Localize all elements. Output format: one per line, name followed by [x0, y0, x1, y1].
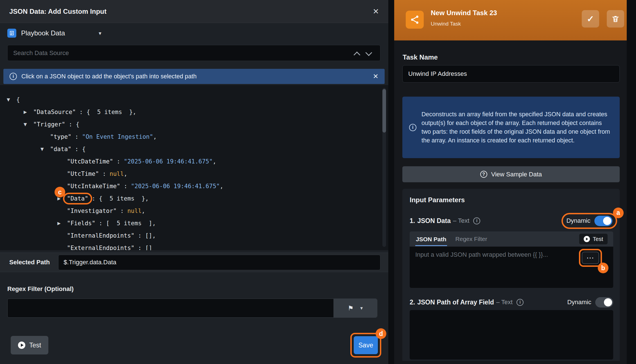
json-tree-line[interactable]: "Investigator" : null,	[0, 205, 388, 217]
task-description: Deconstructs an array field from the spe…	[421, 110, 612, 145]
task-name-input[interactable]	[402, 65, 620, 83]
json-tree-line[interactable]: "InternalEndpoints" : [],	[0, 229, 388, 242]
unwind-task-panel: New Unwind Task 23 Unwind Task ✓ Task Na…	[394, 0, 627, 364]
selected-path-input[interactable]	[58, 255, 380, 270]
json-data-dialog: JSON Data: Add Custom Input ✕ Playbook D…	[0, 0, 388, 364]
collapse-arrow-icon[interactable]: ▼	[7, 97, 16, 102]
json-tree-line[interactable]: "type" : "On Event Ingestion",	[0, 131, 388, 143]
annotation-badge-c: c	[55, 187, 65, 197]
dynamic-toggle[interactable]	[594, 216, 612, 226]
json-token-key[interactable]: "ExternalEndpoints"	[67, 245, 134, 250]
json-token-punct: ,	[220, 183, 224, 190]
json-tree-line[interactable]: ▼{	[0, 94, 388, 106]
json-token-items: 5 items	[110, 195, 135, 202]
info-icon[interactable]: i	[517, 299, 524, 306]
info-banner-text: Click on a JSON object to add the object…	[21, 73, 197, 80]
json-token-string: "2025-06-06 19:46:41.675"	[124, 158, 213, 165]
json-token-key[interactable]: "UtcDateTime"	[67, 158, 113, 165]
array-field-textarea[interactable]	[410, 310, 613, 360]
json-token-string: "On Event Ingestion"	[82, 133, 153, 140]
confirm-button[interactable]: ✓	[582, 10, 599, 28]
save-button[interactable]: Save	[354, 336, 378, 354]
scrollbar-thumb[interactable]	[382, 89, 386, 133]
json-token-key[interactable]: "UtcTime"	[67, 170, 99, 177]
dialog-footer: Test Save d	[0, 336, 388, 361]
json-token-items: 5 items	[117, 220, 142, 227]
dynamic-toggle[interactable]	[595, 297, 613, 308]
param-name: JSON Data	[417, 217, 451, 225]
chevron-down-icon: ▾	[99, 30, 102, 37]
task-header: New Unwind Task 23 Unwind Task ✓	[394, 0, 627, 40]
view-sample-data-button[interactable]: ? View Sample Data	[402, 166, 620, 182]
json-token-key[interactable]: "data"	[50, 146, 71, 153]
annotation-ring-c: "Data"c	[67, 195, 88, 202]
json-token-key[interactable]: "Data"	[67, 195, 88, 202]
json-token-key[interactable]: "Trigger"	[33, 121, 65, 128]
trash-icon	[611, 15, 620, 23]
selected-path-label: Selected Path	[9, 259, 50, 266]
json-tree-line[interactable]: "ExternalEndpoints" : []	[0, 242, 388, 250]
tab-regex-filter[interactable]: Regex Filter	[455, 236, 487, 242]
json-token-key[interactable]: "InternalEndpoints"	[67, 232, 134, 239]
json-token-key[interactable]: "type"	[50, 133, 71, 140]
json-tree-line[interactable]: ▶"DataSource" : { 5 items },	[0, 106, 388, 118]
json-token-punct: :	[134, 232, 145, 239]
json-token-punct: ],	[142, 220, 156, 227]
json-token-punct: :	[99, 170, 110, 177]
tab-json-path[interactable]: JSON Path	[415, 232, 447, 246]
json-token-key[interactable]: "Investigator"	[67, 208, 117, 214]
flag-dropdown-button[interactable]: ⚑ ▾	[333, 299, 377, 317]
json-token-punct: ,	[142, 208, 145, 214]
annotation-badge-b: b	[598, 263, 608, 273]
json-token-punct: [	[106, 220, 117, 227]
json-token-punct: },	[134, 195, 149, 202]
banner-close-icon[interactable]: ✕	[373, 72, 378, 80]
info-icon[interactable]: i	[473, 217, 480, 224]
json-tree-line[interactable]: ▼"data" : {	[0, 143, 388, 155]
json-token-punct: {	[99, 195, 110, 202]
editor-test-button[interactable]: Test	[579, 234, 608, 244]
more-options-button[interactable]: ⋯	[582, 252, 599, 264]
annotation-ring-b: ⋯ b	[579, 249, 602, 267]
json-token-key[interactable]: "Fields"	[67, 220, 95, 227]
regex-filter-field: ⚑ ▾	[7, 299, 377, 318]
playbook-data-icon	[7, 29, 16, 38]
json-token-punct: ,	[124, 170, 127, 177]
json-tree-line[interactable]: ▼"Trigger" : {	[0, 118, 388, 131]
unwind-task-icon	[406, 11, 424, 29]
expand-arrow-icon[interactable]: ▶	[57, 221, 67, 226]
json-tree-line[interactable]: "UtcDateTime" : "2025-06-06 19:46:41.675…	[0, 155, 388, 168]
json-tree-line[interactable]: ▶"Data"c : { 5 items },	[0, 192, 388, 205]
task-subtitle: Unwind Task	[431, 21, 461, 27]
search-data-source-field	[7, 45, 380, 61]
json-token-punct: :	[88, 195, 99, 202]
data-source-label: Playbook Data	[21, 29, 65, 37]
close-icon[interactable]: ✕	[373, 7, 379, 16]
json-token-punct: :	[113, 158, 124, 165]
search-input[interactable]	[8, 45, 380, 61]
regex-filter-label: Regex Filter (Optional)	[7, 285, 74, 293]
json-tree-line[interactable]: "UtcTime" : null,	[0, 168, 388, 180]
task-title: New Unwind Task 23	[431, 9, 497, 17]
collapse-arrow-icon[interactable]: ▼	[24, 122, 33, 127]
expand-arrow-icon[interactable]: ▶	[24, 110, 33, 115]
view-sample-data-label: View Sample Data	[491, 171, 542, 178]
json-token-key[interactable]: "UtcIntakeTime"	[67, 183, 120, 190]
save-button-label: Save	[358, 342, 373, 349]
annotation-badge-a: a	[613, 208, 624, 218]
editor-test-label: Test	[593, 236, 603, 242]
test-button[interactable]: Test	[11, 336, 48, 354]
json-token-items: 5 items	[97, 109, 122, 115]
annotation-badge-d: d	[376, 328, 386, 339]
data-source-dropdown[interactable]: Playbook Data ▾	[7, 27, 102, 39]
collapse-arrow-icon[interactable]: ▼	[40, 147, 50, 152]
regex-filter-input[interactable]	[8, 299, 333, 317]
selected-path-bar: Selected Path	[0, 252, 388, 272]
dynamic-label: Dynamic	[567, 299, 591, 306]
param-index: 1.	[410, 217, 415, 225]
json-token-key[interactable]: "DataSource"	[33, 109, 76, 115]
delete-button[interactable]	[607, 10, 624, 28]
json-token-punct: [],	[145, 232, 156, 239]
json-tree-line[interactable]: ▶"Fields" : [ 5 items ],	[0, 217, 388, 229]
json-token-punct: {	[16, 96, 20, 103]
